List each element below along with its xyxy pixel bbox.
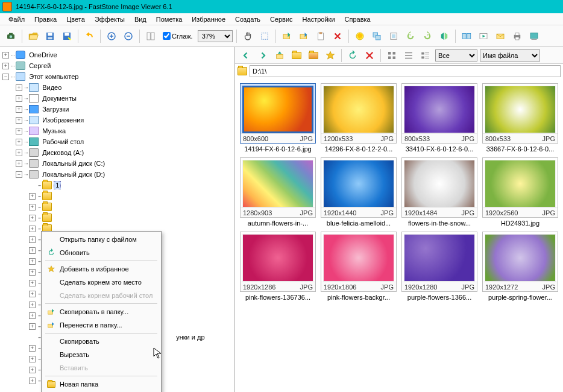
hand-icon[interactable] <box>241 29 255 43</box>
ctx-root-here[interactable]: Сделать корнем это место <box>43 276 160 289</box>
tree-video[interactable]: Видео <box>40 83 63 92</box>
save-as-icon[interactable] <box>60 29 74 43</box>
tree-folder-1[interactable]: 1 <box>54 181 61 189</box>
thumbnails-grid[interactable]: 800x600JPG14194-FX-6-0-12-6.jpg1200x533J… <box>235 78 563 392</box>
thumbnail-item[interactable]: 1920x1286JPGpink-flowers-136736... <box>240 232 316 301</box>
thumbnail-item[interactable]: 1920x1272JPGpurple-spring-flower... <box>482 232 558 301</box>
smooth-checkbox-input[interactable] <box>163 32 171 40</box>
thumbnail-item[interactable]: 1920x1280JPGpurple-flowers-1366... <box>401 232 477 301</box>
ctx-move-to[interactable]: Перенести в папку... <box>43 318 160 332</box>
smooth-checkbox[interactable]: Сглаж. <box>163 32 193 40</box>
contrast-icon[interactable] <box>353 29 367 43</box>
view-grid-icon[interactable] <box>385 48 399 63</box>
thumbnail-item[interactable]: 800x600JPG14194-FX-6-0-12-6.jpg <box>240 83 316 153</box>
thumb-filename: autumn-flowers-in-... <box>240 220 316 227</box>
thumbnail-item[interactable]: 1920x2560JPGHD24931.jpg <box>482 157 558 227</box>
menu-edit[interactable]: Правка <box>30 14 61 24</box>
ctx-open-folder[interactable]: Открыть папку с файлом <box>43 233 160 246</box>
move-to-folder-icon[interactable] <box>297 29 311 43</box>
tree-desktop[interactable]: Рабочий стол <box>40 138 86 146</box>
delete-tb-icon[interactable] <box>330 29 345 43</box>
tree-pictures[interactable]: Изображения <box>40 116 86 124</box>
ctx-copy-to[interactable]: Скопировать в папку... <box>43 305 160 318</box>
preview-icon[interactable] <box>143 29 158 43</box>
computer-icon <box>16 72 25 81</box>
menu-create[interactable]: Создать <box>230 14 265 24</box>
tree-onedrive[interactable]: OneDrive <box>27 51 58 59</box>
ctx-new-folder[interactable]: Новая папка <box>43 378 160 391</box>
ctx-paste: Вставить <box>43 361 160 375</box>
folder2-icon[interactable] <box>306 48 321 63</box>
rotate-left-icon[interactable] <box>403 29 418 43</box>
tree-computer[interactable]: Этот компьютер <box>27 72 80 81</box>
ctx-cut[interactable]: Вырезать <box>43 348 160 361</box>
tree-more[interactable]: унки и др <box>174 333 206 341</box>
copy-to-folder-icon[interactable] <box>280 29 294 43</box>
thumb-filename: purple-spring-flower... <box>482 294 558 301</box>
tree-documents[interactable]: Документы <box>40 94 78 103</box>
filter-select[interactable]: Все <box>435 49 477 62</box>
zoom-in-icon[interactable] <box>104 29 119 43</box>
tree-downloads[interactable]: Загрузки <box>40 105 71 113</box>
menu-settings[interactable]: Настройки <box>298 14 340 24</box>
thumbnail-item[interactable]: 800x533JPG33667-FX-6-0-12-6-0... <box>482 83 558 153</box>
undo-icon[interactable] <box>82 29 96 43</box>
save-icon[interactable] <box>43 29 57 43</box>
menu-colors[interactable]: Цвета <box>61 14 90 24</box>
thumbnail-item[interactable]: 1920x1440JPGblue-felicia-amelloid... <box>321 157 397 227</box>
slideshow-icon[interactable] <box>476 29 491 43</box>
nav-forward-icon[interactable] <box>256 48 270 63</box>
ctx-refresh[interactable]: Обновить <box>43 246 160 259</box>
print-icon[interactable] <box>510 29 524 43</box>
fav-icon[interactable] <box>323 48 338 63</box>
svg-rect-41 <box>421 52 424 54</box>
ctx-copy[interactable]: Скопировать <box>43 335 160 348</box>
tree-disk-d[interactable]: Локальный диск (D:) <box>40 170 107 179</box>
refresh2-icon[interactable] <box>345 48 360 63</box>
thumbnail-item[interactable]: 1920x1806JPGpink-flowers-backgr... <box>321 232 397 301</box>
path-folder-icon <box>237 67 247 75</box>
resize-icon[interactable] <box>370 29 384 43</box>
zoom-select[interactable]: 37% <box>198 30 233 42</box>
folder-icon <box>42 213 52 222</box>
email-icon[interactable] <box>493 29 508 43</box>
path-input[interactable] <box>250 65 561 77</box>
view-detail-icon[interactable] <box>418 48 433 63</box>
rotate-right-icon[interactable] <box>420 29 435 43</box>
wallpaper-icon[interactable] <box>527 29 541 43</box>
tree-disk-c[interactable]: Локальный диск (C:) <box>40 159 107 168</box>
menu-view[interactable]: Вид <box>130 14 151 24</box>
menu-tag[interactable]: Пометка <box>151 14 187 24</box>
tree-user[interactable]: Сергей <box>27 62 52 70</box>
acquire-icon[interactable] <box>4 29 18 43</box>
menu-tools[interactable]: Сервис <box>265 14 298 24</box>
thumbnail-item[interactable]: 1280x903JPGautumn-flowers-in-... <box>240 157 316 227</box>
menu-help[interactable]: Справка <box>340 14 376 24</box>
folder-tree[interactable]: +···OneDrive +···Сергей −···Этот компьют… <box>0 47 235 392</box>
folder1-icon[interactable] <box>289 48 304 63</box>
view-list-icon[interactable] <box>401 48 416 63</box>
thumbnail-item[interactable]: 800x533JPG33410-FX-6-0-12-6-0... <box>401 83 477 153</box>
sort-select[interactable]: Имя файла <box>480 49 540 62</box>
canvas-icon[interactable] <box>386 29 401 43</box>
zoom-out-icon[interactable] <box>121 29 136 43</box>
open-icon[interactable] <box>26 29 40 43</box>
thumbnail-item[interactable]: 1920x1484JPGflowers-in-the-snow... <box>401 157 477 227</box>
thumb-filename: HD24931.jpg <box>482 220 558 227</box>
menu-file[interactable]: Файл <box>4 14 30 24</box>
stop-icon[interactable] <box>362 48 377 63</box>
thumbnail-item[interactable]: 1200x533JPG14296-FX-8-0-12-2-0... <box>321 83 397 153</box>
thumb-image <box>242 234 313 282</box>
nav-up-icon[interactable] <box>272 48 287 63</box>
flip-icon[interactable] <box>437 29 451 43</box>
tree-disk-a[interactable]: Дисковод (A:) <box>40 148 86 157</box>
nav-back-icon[interactable] <box>239 48 253 63</box>
menu-effects[interactable]: Эффекты <box>90 14 130 24</box>
clipboard-icon[interactable] <box>313 29 328 43</box>
menu-favorites[interactable]: Избранное <box>187 14 230 24</box>
compare-icon[interactable] <box>459 29 474 43</box>
tree-music[interactable]: Музыка <box>40 127 68 135</box>
ctx-add-favorite[interactable]: Добавить в избранное <box>43 262 160 276</box>
smooth-label: Сглаж. <box>172 33 193 40</box>
select-icon[interactable] <box>257 29 272 43</box>
